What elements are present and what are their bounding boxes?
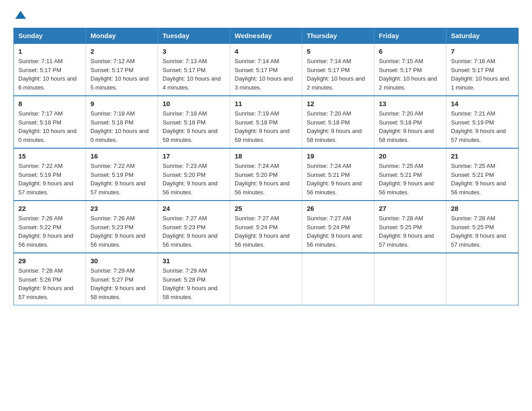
- calendar-cell: 17 Sunrise: 7:23 AMSunset: 5:20 PMDaylig…: [158, 148, 230, 201]
- calendar-cell: 18 Sunrise: 7:24 AMSunset: 5:20 PMDaylig…: [230, 148, 302, 201]
- calendar-header: SundayMondayTuesdayWednesdayThursdayFrid…: [14, 28, 519, 44]
- calendar-week-row: 15 Sunrise: 7:22 AMSunset: 5:19 PMDaylig…: [14, 148, 519, 201]
- day-number: 8: [18, 100, 81, 107]
- day-number: 30: [90, 257, 153, 265]
- weekday-header-row: SundayMondayTuesdayWednesdayThursdayFrid…: [14, 28, 519, 44]
- day-number: 20: [379, 152, 442, 160]
- calendar-cell: 1 Sunrise: 7:11 AMSunset: 5:17 PMDayligh…: [14, 43, 86, 96]
- day-number: 11: [235, 100, 297, 107]
- day-number: 15: [18, 152, 81, 160]
- day-info: Sunrise: 7:11 AMSunset: 5:17 PMDaylight:…: [18, 57, 81, 92]
- day-number: 14: [451, 100, 514, 107]
- calendar-week-row: 8 Sunrise: 7:17 AMSunset: 5:18 PMDayligh…: [14, 96, 519, 148]
- day-number: 16: [90, 152, 153, 160]
- day-number: 19: [307, 152, 369, 160]
- calendar-table: SundayMondayTuesdayWednesdayThursdayFrid…: [13, 28, 519, 305]
- day-info: Sunrise: 7:26 AMSunset: 5:23 PMDaylight:…: [90, 214, 153, 249]
- calendar-cell: [302, 253, 374, 305]
- calendar-cell: 23 Sunrise: 7:26 AMSunset: 5:23 PMDaylig…: [86, 201, 158, 253]
- day-info: Sunrise: 7:19 AMSunset: 5:18 PMDaylight:…: [235, 109, 297, 144]
- day-info: Sunrise: 7:12 AMSunset: 5:17 PMDaylight:…: [90, 57, 153, 92]
- calendar-cell: 30 Sunrise: 7:29 AMSunset: 5:27 PMDaylig…: [86, 253, 158, 305]
- day-number: 18: [235, 152, 297, 160]
- day-number: 23: [90, 205, 153, 212]
- calendar-cell: 11 Sunrise: 7:19 AMSunset: 5:18 PMDaylig…: [230, 96, 302, 148]
- calendar-week-row: 22 Sunrise: 7:26 AMSunset: 5:22 PMDaylig…: [14, 201, 519, 253]
- day-number: 12: [307, 100, 369, 107]
- calendar-week-row: 29 Sunrise: 7:28 AMSunset: 5:26 PMDaylig…: [14, 253, 519, 305]
- weekday-header-wednesday: Wednesday: [230, 28, 302, 44]
- day-info: Sunrise: 7:24 AMSunset: 5:20 PMDaylight:…: [235, 162, 297, 197]
- calendar-cell: 9 Sunrise: 7:18 AMSunset: 5:18 PMDayligh…: [86, 96, 158, 148]
- svg-marker-0: [15, 11, 26, 19]
- calendar-cell: 2 Sunrise: 7:12 AMSunset: 5:17 PMDayligh…: [86, 43, 158, 96]
- day-number: 27: [379, 205, 442, 212]
- calendar-week-row: 1 Sunrise: 7:11 AMSunset: 5:17 PMDayligh…: [14, 43, 519, 96]
- day-info: Sunrise: 7:28 AMSunset: 5:26 PMDaylight:…: [18, 266, 81, 301]
- day-number: 21: [451, 152, 514, 160]
- weekday-header-monday: Monday: [86, 28, 158, 44]
- calendar-cell: [446, 253, 519, 305]
- calendar-cell: 28 Sunrise: 7:28 AMSunset: 5:25 PMDaylig…: [446, 201, 519, 253]
- weekday-header-tuesday: Tuesday: [158, 28, 230, 44]
- logo-arrow-icon: [14, 9, 27, 21]
- weekday-header-saturday: Saturday: [446, 28, 519, 44]
- day-info: Sunrise: 7:18 AMSunset: 5:18 PMDaylight:…: [90, 109, 153, 144]
- day-number: 31: [163, 257, 225, 265]
- calendar-cell: 27 Sunrise: 7:28 AMSunset: 5:25 PMDaylig…: [374, 201, 446, 253]
- day-number: 25: [235, 205, 297, 212]
- day-number: 6: [379, 47, 442, 55]
- calendar-cell: 3 Sunrise: 7:13 AMSunset: 5:17 PMDayligh…: [158, 43, 230, 96]
- page-header: [13, 9, 519, 20]
- calendar-cell: 6 Sunrise: 7:15 AMSunset: 5:17 PMDayligh…: [374, 43, 446, 96]
- weekday-header-friday: Friday: [374, 28, 446, 44]
- calendar-cell: [230, 253, 302, 305]
- day-info: Sunrise: 7:29 AMSunset: 5:27 PMDaylight:…: [90, 266, 153, 301]
- calendar-cell: 26 Sunrise: 7:27 AMSunset: 5:24 PMDaylig…: [302, 201, 374, 253]
- day-info: Sunrise: 7:18 AMSunset: 5:18 PMDaylight:…: [163, 109, 225, 144]
- calendar-cell: 12 Sunrise: 7:20 AMSunset: 5:18 PMDaylig…: [302, 96, 374, 148]
- day-info: Sunrise: 7:15 AMSunset: 5:17 PMDaylight:…: [379, 57, 442, 92]
- day-number: 17: [163, 152, 225, 160]
- day-number: 10: [163, 100, 225, 107]
- day-info: Sunrise: 7:17 AMSunset: 5:18 PMDaylight:…: [18, 109, 81, 144]
- calendar-cell: 31 Sunrise: 7:29 AMSunset: 5:28 PMDaylig…: [158, 253, 230, 305]
- day-number: 13: [379, 100, 442, 107]
- day-info: Sunrise: 7:22 AMSunset: 5:19 PMDaylight:…: [90, 162, 153, 197]
- day-number: 24: [163, 205, 225, 212]
- day-number: 5: [307, 47, 369, 55]
- calendar-cell: 5 Sunrise: 7:14 AMSunset: 5:17 PMDayligh…: [302, 43, 374, 96]
- day-info: Sunrise: 7:20 AMSunset: 5:18 PMDaylight:…: [307, 109, 369, 144]
- day-info: Sunrise: 7:27 AMSunset: 5:24 PMDaylight:…: [235, 214, 297, 249]
- day-info: Sunrise: 7:25 AMSunset: 5:21 PMDaylight:…: [379, 162, 442, 197]
- logo: [13, 9, 27, 20]
- calendar-cell: 20 Sunrise: 7:25 AMSunset: 5:21 PMDaylig…: [374, 148, 446, 201]
- calendar-cell: 25 Sunrise: 7:27 AMSunset: 5:24 PMDaylig…: [230, 201, 302, 253]
- day-info: Sunrise: 7:28 AMSunset: 5:25 PMDaylight:…: [379, 214, 442, 249]
- day-info: Sunrise: 7:29 AMSunset: 5:28 PMDaylight:…: [163, 266, 225, 301]
- day-info: Sunrise: 7:25 AMSunset: 5:21 PMDaylight:…: [451, 162, 514, 197]
- day-info: Sunrise: 7:28 AMSunset: 5:25 PMDaylight:…: [451, 214, 514, 249]
- day-info: Sunrise: 7:27 AMSunset: 5:23 PMDaylight:…: [163, 214, 225, 249]
- calendar-cell: 19 Sunrise: 7:24 AMSunset: 5:21 PMDaylig…: [302, 148, 374, 201]
- day-info: Sunrise: 7:23 AMSunset: 5:20 PMDaylight:…: [163, 162, 225, 197]
- calendar-cell: 4 Sunrise: 7:14 AMSunset: 5:17 PMDayligh…: [230, 43, 302, 96]
- day-info: Sunrise: 7:14 AMSunset: 5:17 PMDaylight:…: [235, 57, 297, 92]
- day-info: Sunrise: 7:16 AMSunset: 5:17 PMDaylight:…: [451, 57, 514, 92]
- day-number: 4: [235, 47, 297, 55]
- calendar-cell: 16 Sunrise: 7:22 AMSunset: 5:19 PMDaylig…: [86, 148, 158, 201]
- day-number: 26: [307, 205, 369, 212]
- day-number: 7: [451, 47, 514, 55]
- calendar-body: 1 Sunrise: 7:11 AMSunset: 5:17 PMDayligh…: [14, 43, 519, 305]
- calendar-cell: 14 Sunrise: 7:21 AMSunset: 5:19 PMDaylig…: [446, 96, 519, 148]
- calendar-cell: 10 Sunrise: 7:18 AMSunset: 5:18 PMDaylig…: [158, 96, 230, 148]
- day-info: Sunrise: 7:22 AMSunset: 5:19 PMDaylight:…: [18, 162, 81, 197]
- calendar-cell: 7 Sunrise: 7:16 AMSunset: 5:17 PMDayligh…: [446, 43, 519, 96]
- calendar-cell: 13 Sunrise: 7:20 AMSunset: 5:18 PMDaylig…: [374, 96, 446, 148]
- day-number: 9: [90, 100, 153, 107]
- calendar-cell: 8 Sunrise: 7:17 AMSunset: 5:18 PMDayligh…: [14, 96, 86, 148]
- calendar-cell: 22 Sunrise: 7:26 AMSunset: 5:22 PMDaylig…: [14, 201, 86, 253]
- calendar-cell: 24 Sunrise: 7:27 AMSunset: 5:23 PMDaylig…: [158, 201, 230, 253]
- day-number: 28: [451, 205, 514, 212]
- weekday-header-thursday: Thursday: [302, 28, 374, 44]
